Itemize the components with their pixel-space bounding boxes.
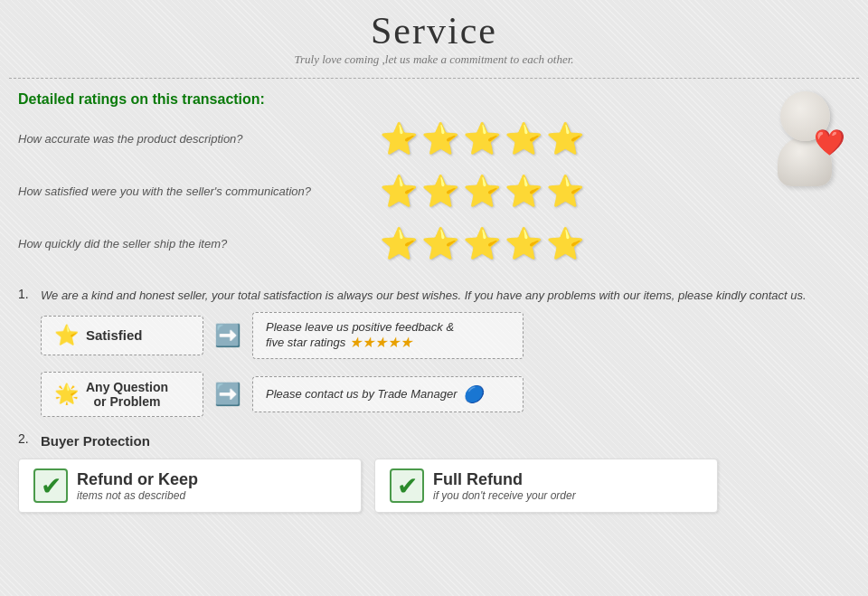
feedback-main-text: Please leave us positive feedback &: [266, 320, 454, 334]
star-2-3: ⭐: [463, 173, 501, 209]
buyer-box-2-text: Full Refund if you don't receive your or…: [433, 470, 576, 502]
refund-keep-label: Refund or Keep: [77, 470, 198, 488]
star-3-2: ⭐: [421, 225, 459, 261]
numbered-item-2: 2. Buyer Protection ✔ Refund or Keep ite…: [18, 431, 850, 514]
star-1-1: ⭐: [380, 120, 418, 156]
info-section: 1. We are a kind and honest seller, your…: [0, 287, 868, 536]
grey-star-icon: 🌟: [54, 383, 79, 406]
buyer-box-2: ✔ Full Refund if you don't receive your …: [374, 459, 718, 513]
feedback-right-box: Please leave us positive feedback & five…: [252, 312, 524, 359]
rating-question-2: How satisfied were you with the seller's…: [18, 184, 362, 198]
arrow-icon-1: ➡️: [214, 323, 241, 348]
star-2-4: ⭐: [505, 173, 542, 209]
stars-1: ⭐ ⭐ ⭐ ⭐ ⭐: [380, 120, 584, 156]
decorative-figure: ❤️: [760, 91, 850, 218]
contact-box: Please contact us by Trade Manager 🔵: [252, 376, 524, 412]
star-3-5: ⭐: [546, 225, 584, 261]
full-refund-label: Full Refund: [433, 470, 523, 488]
star-3-4: ⭐: [505, 225, 542, 261]
page-title: Service: [0, 9, 868, 52]
item-1-number: 1.: [18, 287, 36, 301]
contact-text: Please contact us by Trade Manager: [266, 387, 458, 401]
satisfied-box: ⭐ Satisfied: [41, 316, 203, 355]
question-box: 🌟 Any Question or Problem: [41, 372, 203, 417]
question-row: 🌟 Any Question or Problem ➡️ Please cont…: [41, 372, 850, 417]
rating-stars-display: ★★★★★: [349, 334, 412, 351]
star-1-4: ⭐: [505, 120, 542, 156]
main-content: Detailed ratings on this transaction: Ho…: [0, 86, 868, 287]
satisfied-star-icon: ⭐: [54, 324, 79, 347]
ratings-table: How accurate was the product description…: [18, 120, 760, 261]
stars-2: ⭐ ⭐ ⭐ ⭐ ⭐: [380, 173, 584, 209]
buyer-box-1: ✔ Refund or Keep items not as described: [18, 459, 362, 513]
numbered-item-1: 1. We are a kind and honest seller, your…: [18, 287, 850, 417]
item-1-text: We are a kind and honest seller, your to…: [41, 287, 807, 305]
refund-keep-sublabel: items not as described: [77, 489, 198, 502]
star-1-2: ⭐: [421, 120, 459, 156]
item-2-number: 2.: [18, 431, 36, 446]
checkmark-icon-2: ✔: [390, 468, 424, 503]
star-2-2: ⭐: [421, 173, 459, 209]
star-3-3: ⭐: [463, 225, 501, 261]
item-1-header: 1. We are a kind and honest seller, your…: [18, 287, 850, 305]
feedback-text-container: Please leave us positive feedback & five…: [266, 320, 454, 351]
question-label: Any Question: [86, 380, 168, 394]
header-divider: [9, 78, 859, 79]
question-sublabel: or Problem: [86, 394, 168, 409]
section-title: Detailed ratings on this transaction:: [18, 91, 760, 108]
question-labels: Any Question or Problem: [86, 380, 168, 409]
star-3-1: ⭐: [380, 225, 418, 261]
feedback-subtext: five star ratings: [266, 336, 345, 349]
checkmark-icon-1: ✔: [33, 468, 68, 503]
rating-question-3: How quickly did the seller ship the item…: [18, 237, 362, 251]
ratings-section: Detailed ratings on this transaction: Ho…: [18, 91, 760, 278]
satisfied-label: Satisfied: [86, 327, 143, 343]
star-1-5: ⭐: [546, 120, 584, 156]
satisfied-row: ⭐ Satisfied ➡️ Please leave us positive …: [41, 312, 850, 359]
stars-3: ⭐ ⭐ ⭐ ⭐ ⭐: [380, 225, 584, 261]
star-2-5: ⭐: [546, 173, 584, 209]
buyer-protection-boxes: ✔ Refund or Keep items not as described …: [18, 459, 850, 513]
trade-manager-icon: 🔵: [463, 384, 483, 404]
star-1-3: ⭐: [463, 120, 501, 156]
heart-icon: ❤️: [814, 128, 845, 157]
rating-row-2: How satisfied were you with the seller's…: [18, 173, 760, 209]
item-2-text: Buyer Protection: [41, 431, 150, 452]
item-2-header: 2. Buyer Protection: [18, 431, 850, 452]
arrow-icon-2: ➡️: [214, 382, 241, 407]
rating-question-1: How accurate was the product description…: [18, 132, 362, 146]
page-subtitle: Truly love coming ,let us make a commitm…: [0, 52, 868, 67]
feedback-boxes: ⭐ Satisfied ➡️ Please leave us positive …: [41, 312, 850, 417]
buyer-box-1-text: Refund or Keep items not as described: [77, 470, 198, 502]
page-header: Service Truly love coming ,let us make a…: [0, 0, 868, 71]
full-refund-sublabel: if you don't receive your order: [433, 489, 576, 502]
feedback-stars-row: five star ratings ★★★★★: [266, 334, 454, 351]
rating-row-1: How accurate was the product description…: [18, 120, 760, 156]
rating-row-3: How quickly did the seller ship the item…: [18, 225, 760, 261]
star-2-1: ⭐: [380, 173, 418, 209]
